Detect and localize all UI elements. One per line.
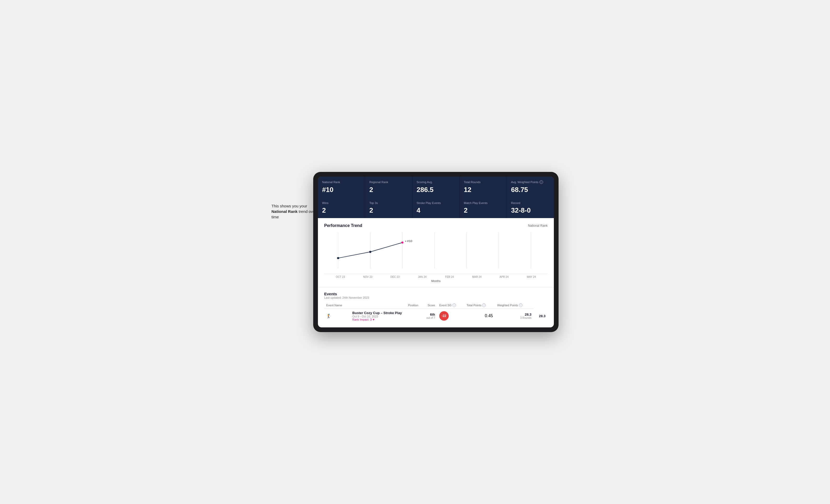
event-name: Buster Cozy Cup – Stroke Play xyxy=(352,311,418,315)
event-total-points-sub: 3 Rounds xyxy=(497,316,532,319)
performance-label: National Rank xyxy=(528,224,548,228)
outer-wrapper: This shows you your National Rank trend … xyxy=(272,172,558,332)
event-sg-value: 0.45 xyxy=(485,313,493,318)
x-label-oct23: OCT 23 xyxy=(327,275,354,278)
chart-x-labels: OCT 23 NOV 23 DEC 23 JAN 24 FEB 24 MAR 2… xyxy=(324,275,548,278)
stat-record: Record 32-8-0 xyxy=(507,198,554,218)
stat-stroke-play-events: Stroke Play Events 4 xyxy=(412,198,459,218)
event-score-badge: -22 xyxy=(439,311,449,321)
performance-section: Performance Trend National Rank xyxy=(318,218,554,287)
stat-national-rank: National Rank #10 xyxy=(318,177,365,197)
svg-point-8 xyxy=(337,257,339,259)
stats-grid-row1: National Rank #10 Regional Rank 2 Scorin… xyxy=(318,177,554,197)
event-position: 6th xyxy=(422,312,435,316)
svg-point-10 xyxy=(401,242,404,244)
event-score-cell: -22 xyxy=(437,309,464,323)
th-total-points: Total Points ⓘ xyxy=(464,302,495,309)
events-table: Event Name Position Score Event SG xyxy=(324,302,548,323)
event-name-cell: Buster Cozy Cup – Stroke Play Oct 9 - Oc… xyxy=(350,309,420,323)
x-label-feb24: FEB 24 xyxy=(436,275,463,278)
x-label-nov23: NOV 23 xyxy=(354,275,382,278)
table-row: 🏌 Buster Cozy Cup – Stroke Play Oct 9 - … xyxy=(324,309,548,323)
performance-header: Performance Trend National Rank xyxy=(324,223,548,228)
events-last-updated: Last updated: 24th November 2023 xyxy=(324,296,548,299)
tablet-screen: National Rank #10 Regional Rank 2 Scorin… xyxy=(318,177,554,327)
info-icon-avg-weighted: ⓘ xyxy=(540,180,543,184)
stat-top3s: Top 3s 2 xyxy=(365,198,412,218)
info-icon-total-points: ⓘ xyxy=(482,303,486,307)
x-label-apr24: APR 24 xyxy=(490,275,518,278)
table-header-row: Event Name Position Score Event SG xyxy=(324,302,548,309)
stat-match-play-events: Match Play Events 2 xyxy=(459,198,507,218)
stat-regional-rank: Regional Rank 2 xyxy=(365,177,412,197)
stats-grid-row2: Wins 2 Top 3s 2 Stroke Play Events 4 Mat… xyxy=(318,198,554,218)
event-total-points-val: 28.3 xyxy=(497,312,532,316)
event-weighted-points-cell: 28.3 xyxy=(534,309,548,323)
svg-text:• #10: • #10 xyxy=(405,239,412,243)
stat-wins: Wins 2 xyxy=(318,198,365,218)
svg-point-9 xyxy=(369,251,372,253)
events-title: Events xyxy=(324,292,548,296)
th-position: Position xyxy=(350,302,420,309)
stat-scoring-avg: Scoring Avg. 286.5 xyxy=(412,177,459,197)
th-score: Score xyxy=(420,302,437,309)
x-label-jan24: JAN 24 xyxy=(409,275,436,278)
event-rank-impact: Rank Impact: 3 ▼ xyxy=(352,318,418,321)
event-total-points-cell: 28.3 3 Rounds xyxy=(495,309,534,323)
event-position-sub: out of 7 xyxy=(422,316,435,319)
tablet-frame: National Rank #10 Regional Rank 2 Scorin… xyxy=(313,172,558,332)
event-date: Oct 9 - Oct 10, 2023 xyxy=(352,315,418,318)
event-icon-cell: 🏌 xyxy=(324,309,350,323)
events-section: Events Last updated: 24th November 2023 … xyxy=(318,287,554,327)
th-event-sg: Event SG ⓘ xyxy=(437,302,464,309)
event-icon: 🏌 xyxy=(326,314,331,318)
x-label-dec23: DEC 23 xyxy=(381,275,409,278)
th-event-name: Event Name xyxy=(324,302,350,309)
x-label-may24: MAY 24 xyxy=(518,275,545,278)
event-sg-cell: 0.45 xyxy=(464,309,495,323)
chart-svg: • #10 xyxy=(324,232,548,274)
chart-axis-months: Months xyxy=(324,279,548,282)
info-icon-event-sg: ⓘ xyxy=(452,303,456,307)
info-icon-weighted-points: ⓘ xyxy=(519,303,522,307)
th-weighted-points: Weighted Points ⓘ xyxy=(495,302,534,309)
stat-avg-weighted-points: Avg. Weighted Points ⓘ 68.75 xyxy=(507,177,554,197)
event-weighted-val: 28.3 xyxy=(539,314,545,318)
x-label-mar24: MAR 24 xyxy=(463,275,491,278)
chart-area: • #10 xyxy=(324,232,548,274)
event-position-cell: 6th out of 7 xyxy=(420,309,437,323)
performance-title: Performance Trend xyxy=(324,223,362,228)
stat-total-rounds: Total Rounds 12 xyxy=(459,177,507,197)
